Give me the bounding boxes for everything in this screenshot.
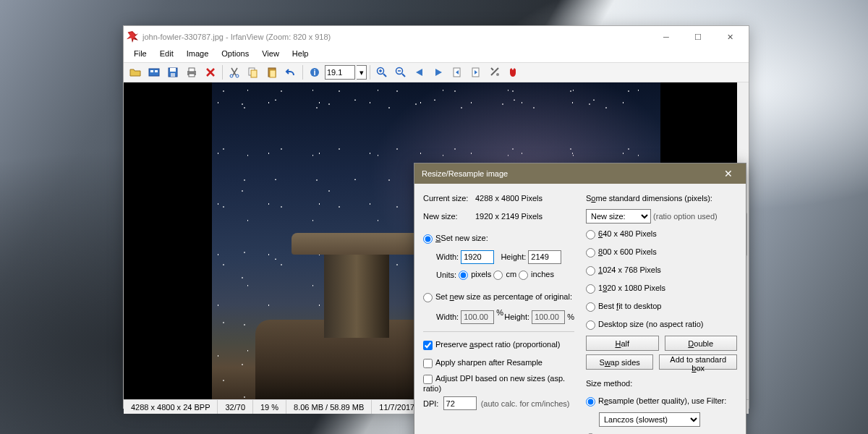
current-size-value: 4288 x 4800 Pixels xyxy=(475,194,574,203)
add-std-button[interactable]: Add to standard box xyxy=(659,354,737,370)
dialog-titlebar[interactable]: Resize/Resample image ✕ xyxy=(414,163,746,184)
swap-button[interactable]: Swap sides xyxy=(586,354,653,370)
dialog-close-icon[interactable]: ✕ xyxy=(718,163,739,184)
svg-rect-8 xyxy=(189,74,195,77)
cut-icon[interactable] xyxy=(226,64,243,81)
set-percentage-radio[interactable]: Set new size as percentage of original: xyxy=(423,292,572,302)
undo-icon[interactable] xyxy=(282,64,299,81)
menu-image[interactable]: Image xyxy=(181,48,215,62)
svg-rect-14 xyxy=(270,70,276,77)
units-pixels-radio[interactable]: pixels xyxy=(459,270,491,280)
prev-icon[interactable] xyxy=(411,64,428,81)
separator xyxy=(302,65,303,80)
pct-width-input[interactable] xyxy=(461,310,494,324)
dialog-title: Resize/Resample image xyxy=(422,169,718,178)
new-size-label: New size: xyxy=(423,212,475,221)
close-button[interactable]: ✕ xyxy=(714,27,746,47)
thumbnails-icon[interactable] xyxy=(145,64,163,81)
menu-view[interactable]: View xyxy=(256,48,285,62)
resize-dialog: Resize/Resample image ✕ Current size:428… xyxy=(414,163,746,434)
sharpen-checkbox[interactable]: Apply sharpen after Resample xyxy=(423,358,542,368)
pct-height-label: Height: xyxy=(504,312,529,321)
svg-rect-5 xyxy=(171,73,175,77)
resample-radio[interactable]: Resample (better quality), use Filter: xyxy=(586,396,726,407)
dpi-label: DPI: xyxy=(423,399,438,408)
units-inches-radio[interactable]: inches xyxy=(519,270,554,280)
window-title: john-fowler-330787.jpg - IrfanView (Zoom… xyxy=(142,33,650,41)
svg-text:i: i xyxy=(313,68,315,77)
menu-options[interactable]: Options xyxy=(216,48,255,62)
svg-rect-1 xyxy=(150,70,153,72)
units-cm-radio[interactable]: cm xyxy=(493,270,516,280)
open-icon[interactable] xyxy=(127,64,144,81)
svg-point-21 xyxy=(496,73,499,76)
std-size-select[interactable]: New size: xyxy=(586,209,651,224)
zoom-dropdown[interactable]: ▾ xyxy=(357,65,367,80)
dpi-input[interactable] xyxy=(443,396,477,410)
paste-icon[interactable] xyxy=(263,64,281,81)
zoom-in-icon[interactable] xyxy=(373,64,391,81)
maximize-button[interactable]: ☐ xyxy=(682,27,714,47)
std-800-radio[interactable]: 800 x 600 Pixels xyxy=(586,247,657,258)
double-button[interactable]: Double xyxy=(665,336,738,351)
pct-width-label: Width: xyxy=(436,312,459,321)
svg-point-9 xyxy=(230,75,233,77)
svg-rect-4 xyxy=(170,68,176,72)
save-icon[interactable] xyxy=(164,64,182,81)
separator xyxy=(222,65,223,80)
app-icon xyxy=(127,31,138,43)
pct-height-input[interactable] xyxy=(532,310,565,324)
next-page-icon[interactable] xyxy=(467,64,485,81)
std-640-radio[interactable]: 640 x 480 Pixels xyxy=(586,229,657,239)
toolbar: i ▾ xyxy=(124,62,749,82)
info-icon[interactable]: i xyxy=(306,64,323,81)
width-input[interactable] xyxy=(461,250,494,264)
std-bestfit-radio[interactable]: Best fit to desktop xyxy=(586,302,661,312)
next-icon[interactable] xyxy=(430,64,447,81)
prev-page-icon[interactable] xyxy=(448,64,466,81)
separator xyxy=(370,65,370,80)
filter-select[interactable]: Lanczos (slowest) xyxy=(599,412,700,427)
titlebar[interactable]: john-fowler-330787.jpg - IrfanView (Zoom… xyxy=(124,26,749,48)
svg-rect-2 xyxy=(155,70,158,72)
settings-icon[interactable] xyxy=(486,64,503,81)
status-dimensions: 4288 x 4800 x 24 BPP xyxy=(124,400,218,414)
status-index: 32/70 xyxy=(218,400,253,414)
current-size-label: Current size: xyxy=(423,194,475,203)
menubar: File Edit Image Options View Help xyxy=(124,48,749,62)
status-zoom: 19 % xyxy=(253,400,286,414)
height-label: Height: xyxy=(501,252,526,261)
svg-rect-12 xyxy=(251,70,257,77)
std-1920-radio[interactable]: 1920 x 1080 Pixels xyxy=(586,284,665,294)
half-button[interactable]: Half xyxy=(586,336,659,351)
menu-edit[interactable]: Edit xyxy=(154,48,179,62)
size-method-label: Size method: xyxy=(586,379,632,388)
zoom-input[interactable] xyxy=(325,65,355,80)
adjust-dpi-checkbox[interactable]: Adjust DPI based on new sizes (asp. rati… xyxy=(423,374,574,393)
std-hint: (ratio option used) xyxy=(653,212,718,221)
std-desktop-radio[interactable]: Desktop size (no aspect ratio) xyxy=(586,320,704,330)
std-dims-label: Some standard dimensions (pixels): xyxy=(586,194,712,203)
irfan-cat-icon[interactable] xyxy=(505,64,522,81)
print-icon[interactable] xyxy=(183,64,200,81)
preserve-ratio-checkbox[interactable]: Preserve aspect ratio (proportional) xyxy=(423,340,560,350)
menu-help[interactable]: Help xyxy=(286,48,315,62)
dpi-hint: (auto calc. for cm/inches) xyxy=(481,399,570,408)
minimize-button[interactable]: ─ xyxy=(650,27,682,47)
menu-file[interactable]: File xyxy=(128,48,153,62)
status-memory: 8.06 MB / 58.89 MB xyxy=(286,400,372,414)
zoom-out-icon[interactable] xyxy=(392,64,409,81)
set-new-size-radio[interactable]: SSet new size: xyxy=(423,234,488,244)
units-label: Units: xyxy=(436,271,456,279)
svg-rect-7 xyxy=(189,68,195,72)
copy-icon[interactable] xyxy=(244,64,262,81)
height-input[interactable] xyxy=(528,250,561,264)
width-label: Width: xyxy=(436,252,459,261)
delete-icon[interactable] xyxy=(202,64,219,81)
std-1024-radio[interactable]: 1024 x 768 Pixels xyxy=(586,265,661,276)
svg-point-10 xyxy=(236,75,239,77)
new-size-value: 1920 x 2149 Pixels xyxy=(475,212,574,221)
